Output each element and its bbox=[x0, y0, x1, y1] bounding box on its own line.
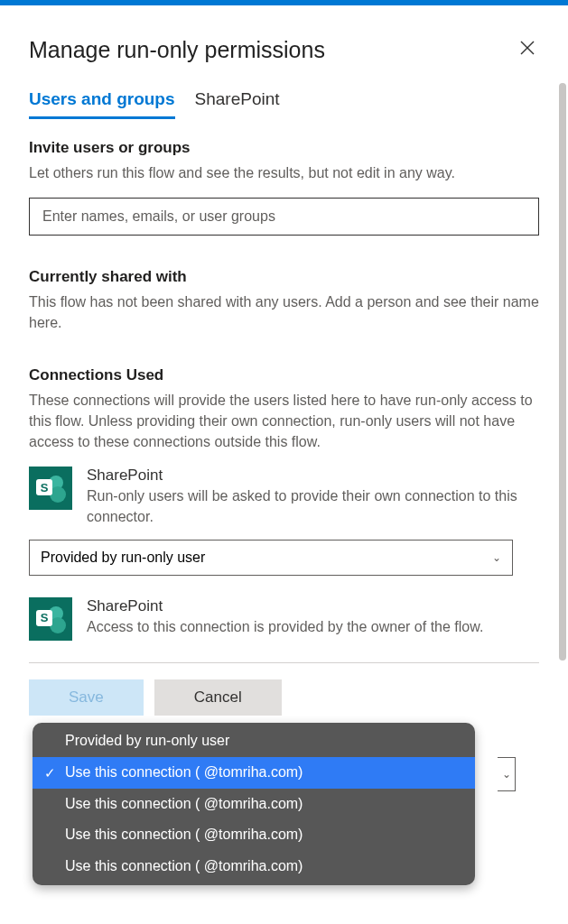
tab-bar: Users and groups SharePoint bbox=[0, 89, 568, 119]
close-button[interactable] bbox=[516, 36, 539, 64]
tab-users-and-groups[interactable]: Users and groups bbox=[29, 89, 175, 119]
dropdown-option[interactable]: Use this connection ( @tomriha.com) bbox=[33, 851, 475, 882]
connection-select-1[interactable]: Provided by run-only user ⌄ bbox=[29, 540, 513, 576]
chevron-down-icon: ⌄ bbox=[502, 768, 511, 781]
divider bbox=[29, 662, 539, 663]
save-button[interactable]: Save bbox=[29, 679, 144, 716]
connection-desc: Run-only users will be asked to provide … bbox=[87, 486, 539, 527]
connection-select-2-partial[interactable]: ⌄ bbox=[498, 757, 516, 791]
connection-select-value: Provided by run-only user bbox=[41, 550, 205, 566]
connection-name: SharePoint bbox=[87, 597, 539, 615]
connection-desc: Access to this connection is provided by… bbox=[87, 617, 539, 637]
sharepoint-icon: S bbox=[29, 467, 72, 510]
scrollbar[interactable] bbox=[559, 83, 566, 661]
tab-sharepoint[interactable]: SharePoint bbox=[195, 89, 280, 119]
dropdown-option[interactable]: Use this connection ( @tomriha.com) bbox=[33, 789, 475, 820]
shared-heading: Currently shared with bbox=[29, 268, 539, 286]
dropdown-option[interactable]: Use this connection ( @tomriha.com) bbox=[33, 819, 475, 851]
invite-input[interactable] bbox=[29, 198, 539, 236]
sharepoint-icon: S bbox=[29, 597, 72, 641]
dropdown-option-label: Use this connection ( @tomriha.com) bbox=[65, 764, 303, 780]
connection-name: SharePoint bbox=[87, 467, 539, 485]
dialog-title: Manage run-only permissions bbox=[29, 37, 325, 63]
connections-heading: Connections Used bbox=[29, 366, 539, 384]
connection-dropdown: Provided by run-only user ✓ Use this con… bbox=[33, 723, 475, 885]
close-icon bbox=[519, 40, 535, 56]
connections-description: These connections will provide the users… bbox=[29, 390, 539, 453]
dropdown-option[interactable]: Provided by run-only user bbox=[33, 725, 475, 757]
invite-heading: Invite users or groups bbox=[29, 139, 539, 157]
shared-description: This flow has not been shared with any u… bbox=[29, 291, 539, 333]
invite-description: Let others run this flow and see the res… bbox=[29, 162, 539, 183]
dropdown-option[interactable]: ✓ Use this connection ( @tomriha.com) bbox=[33, 757, 475, 789]
cancel-button[interactable]: Cancel bbox=[154, 679, 282, 716]
check-icon: ✓ bbox=[44, 762, 56, 783]
chevron-down-icon: ⌄ bbox=[492, 551, 501, 564]
